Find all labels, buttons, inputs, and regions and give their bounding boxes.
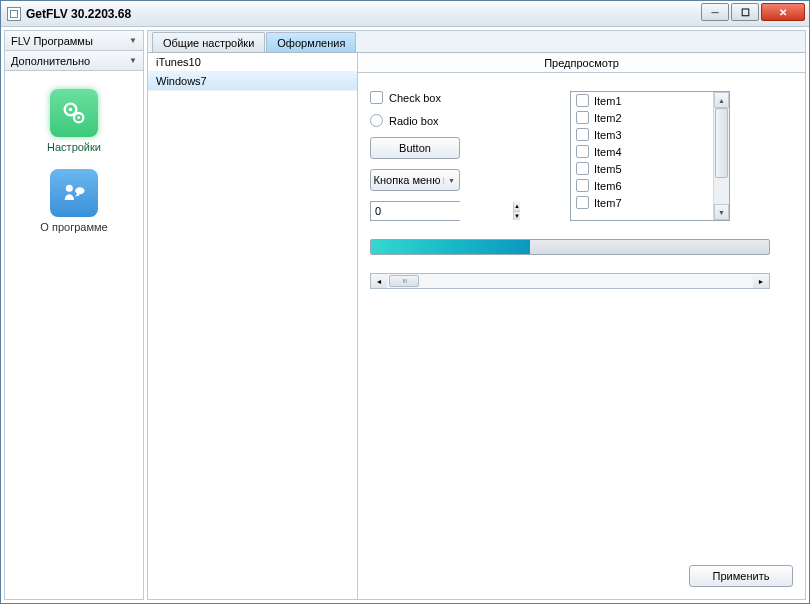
tab-themes[interactable]: Оформления — [266, 32, 356, 52]
window-controls: ─ ☐ ✕ — [701, 3, 805, 21]
sidebar-item-about[interactable]: О программе — [9, 163, 139, 239]
menu-button[interactable]: Кнопка меню ▼ — [370, 169, 460, 191]
scroll-track[interactable] — [387, 274, 753, 288]
list-item[interactable]: Item4 — [571, 143, 713, 160]
number-spinner[interactable]: ▲ ▼ — [370, 201, 460, 221]
theme-item-itunes10[interactable]: iTunes10 — [148, 53, 357, 72]
chevron-down-icon: ▼ — [129, 36, 137, 45]
tab-body: iTunes10 Windows7 Предпросмотр Check box — [148, 53, 805, 599]
svg-point-4 — [66, 185, 73, 192]
spinner-up-icon[interactable]: ▲ — [514, 202, 520, 212]
body: FLV Программы ▼ Дополнительно ▼ Настройк… — [1, 27, 809, 603]
radio-row[interactable]: Radio box — [370, 114, 540, 127]
listbox-inner: Item1 Item2 Item3 Item4 Item5 Item6 Item… — [571, 92, 713, 220]
scroll-down-icon[interactable]: ▼ — [714, 204, 729, 220]
window-title: GetFLV 30.2203.68 — [26, 7, 131, 21]
scroll-track[interactable] — [714, 108, 729, 204]
list-item-label: Item4 — [594, 146, 622, 158]
sample-button[interactable]: Button — [370, 137, 460, 159]
theme-list[interactable]: iTunes10 Windows7 — [148, 53, 358, 599]
scroll-up-icon[interactable]: ▲ — [714, 92, 729, 108]
preview-left-column: Check box Radio box Button Кнопка меню ▼ — [370, 91, 540, 221]
preview-title: Предпросмотр — [358, 53, 805, 73]
menu-button-label: Кнопка меню — [371, 174, 443, 186]
chevron-down-icon: ▼ — [129, 56, 137, 65]
svg-point-5 — [75, 187, 84, 194]
list-item-label: Item5 — [594, 163, 622, 175]
scroll-right-icon[interactable]: ► — [753, 274, 769, 288]
tab-general[interactable]: Общие настройки — [152, 32, 265, 52]
spinner-arrows: ▲ ▼ — [513, 202, 520, 220]
checkbox-icon[interactable] — [576, 94, 589, 107]
progress-bar — [370, 239, 770, 255]
sidebar-item-settings[interactable]: Настройки — [9, 83, 139, 159]
list-item-label: Item7 — [594, 197, 622, 209]
sidebar-header-label: FLV Программы — [11, 35, 93, 47]
about-icon — [50, 169, 98, 217]
list-item[interactable]: Item6 — [571, 177, 713, 194]
app-window: GetFLV 30.2203.68 ─ ☐ ✕ FLV Программы ▼ … — [0, 0, 810, 604]
scroll-thumb[interactable] — [389, 275, 419, 287]
checkbox-icon[interactable] — [576, 145, 589, 158]
checkbox-row[interactable]: Check box — [370, 91, 540, 104]
preview-pane: Предпросмотр Check box Radio box — [358, 53, 805, 599]
checkbox-label: Check box — [389, 92, 441, 104]
checkbox-icon[interactable] — [576, 111, 589, 124]
main-panel: Общие настройки Оформления iTunes10 Wind… — [147, 30, 806, 600]
sidebar-header-advanced[interactable]: Дополнительно ▼ — [5, 51, 143, 71]
app-icon — [7, 7, 21, 21]
preview-body: Check box Radio box Button Кнопка меню ▼ — [358, 73, 805, 599]
list-item-label: Item2 — [594, 112, 622, 124]
vertical-scrollbar[interactable]: ▲ ▼ — [713, 92, 729, 220]
svg-point-2 — [69, 108, 73, 112]
listbox[interactable]: Item1 Item2 Item3 Item4 Item5 Item6 Item… — [570, 91, 730, 221]
apply-button[interactable]: Применить — [689, 565, 793, 587]
titlebar[interactable]: GetFLV 30.2203.68 ─ ☐ ✕ — [1, 1, 809, 27]
radio-label: Radio box — [389, 115, 439, 127]
list-item[interactable]: Item7 — [571, 194, 713, 211]
sidebar: FLV Программы ▼ Дополнительно ▼ Настройк… — [4, 30, 144, 600]
checkbox-icon[interactable] — [576, 162, 589, 175]
list-item-label: Item6 — [594, 180, 622, 192]
checkbox-icon[interactable] — [576, 128, 589, 141]
chevron-down-icon: ▼ — [443, 177, 459, 184]
radio-icon[interactable] — [370, 114, 383, 127]
sidebar-item-label: Настройки — [47, 141, 101, 153]
spinner-down-icon[interactable]: ▼ — [514, 212, 520, 221]
scroll-left-icon[interactable]: ◄ — [371, 274, 387, 288]
tab-bar: Общие настройки Оформления — [148, 31, 805, 53]
sidebar-item-label: О программе — [40, 221, 107, 233]
list-item[interactable]: Item1 — [571, 92, 713, 109]
horizontal-scrollbar[interactable]: ◄ ► — [370, 273, 770, 289]
checkbox-icon[interactable] — [576, 179, 589, 192]
theme-item-windows7[interactable]: Windows7 — [148, 72, 357, 91]
spinner-input[interactable] — [371, 202, 513, 220]
svg-point-3 — [77, 116, 80, 119]
list-item[interactable]: Item3 — [571, 126, 713, 143]
list-item-label: Item1 — [594, 95, 622, 107]
checkbox-icon[interactable] — [370, 91, 383, 104]
sidebar-header-label: Дополнительно — [11, 55, 90, 67]
settings-icon — [50, 89, 98, 137]
sidebar-content: Настройки О программе — [5, 71, 143, 599]
progress-fill — [371, 240, 530, 254]
sidebar-header-programs[interactable]: FLV Программы ▼ — [5, 31, 143, 51]
checkbox-icon[interactable] — [576, 196, 589, 209]
maximize-button[interactable]: ☐ — [731, 3, 759, 21]
minimize-button[interactable]: ─ — [701, 3, 729, 21]
preview-controls: Check box Radio box Button Кнопка меню ▼ — [370, 91, 793, 221]
list-item[interactable]: Item2 — [571, 109, 713, 126]
scroll-thumb[interactable] — [715, 108, 728, 178]
close-button[interactable]: ✕ — [761, 3, 805, 21]
list-item-label: Item3 — [594, 129, 622, 141]
list-item[interactable]: Item5 — [571, 160, 713, 177]
